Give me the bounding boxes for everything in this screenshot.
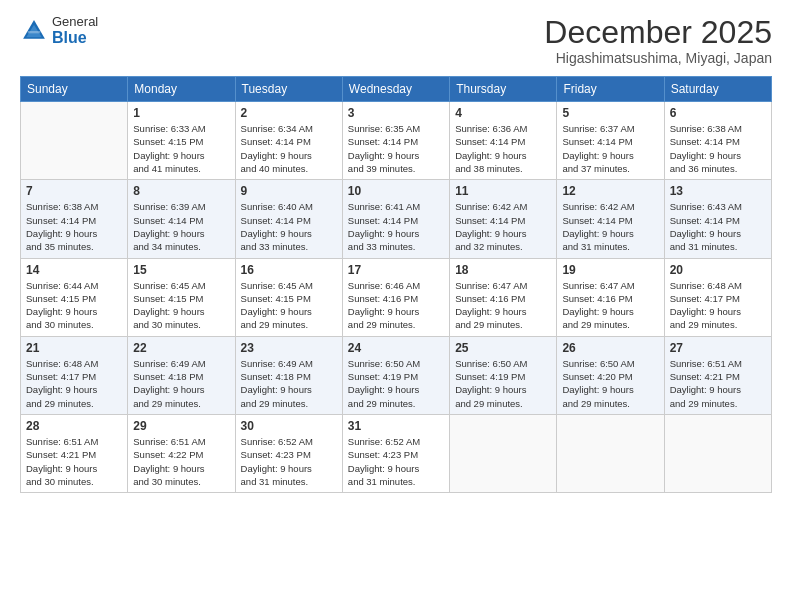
day-number: 14 (26, 263, 122, 277)
day-info: Sunrise: 6:47 AM Sunset: 4:16 PM Dayligh… (562, 279, 658, 332)
calendar-cell (450, 414, 557, 492)
calendar-header-sunday: Sunday (21, 77, 128, 102)
calendar-header-friday: Friday (557, 77, 664, 102)
calendar-cell: 5Sunrise: 6:37 AM Sunset: 4:14 PM Daylig… (557, 102, 664, 180)
logo-blue-text: Blue (52, 29, 98, 47)
calendar-cell: 12Sunrise: 6:42 AM Sunset: 4:14 PM Dayli… (557, 180, 664, 258)
day-info: Sunrise: 6:44 AM Sunset: 4:15 PM Dayligh… (26, 279, 122, 332)
logo-icon (20, 17, 48, 45)
calendar-cell: 9Sunrise: 6:40 AM Sunset: 4:14 PM Daylig… (235, 180, 342, 258)
calendar-week-row: 21Sunrise: 6:48 AM Sunset: 4:17 PM Dayli… (21, 336, 772, 414)
day-number: 8 (133, 184, 229, 198)
day-number: 13 (670, 184, 766, 198)
day-number: 10 (348, 184, 444, 198)
calendar-cell: 21Sunrise: 6:48 AM Sunset: 4:17 PM Dayli… (21, 336, 128, 414)
day-number: 11 (455, 184, 551, 198)
calendar-cell: 10Sunrise: 6:41 AM Sunset: 4:14 PM Dayli… (342, 180, 449, 258)
day-number: 7 (26, 184, 122, 198)
day-info: Sunrise: 6:46 AM Sunset: 4:16 PM Dayligh… (348, 279, 444, 332)
calendar-cell: 29Sunrise: 6:51 AM Sunset: 4:22 PM Dayli… (128, 414, 235, 492)
day-number: 6 (670, 106, 766, 120)
day-number: 28 (26, 419, 122, 433)
calendar-cell: 3Sunrise: 6:35 AM Sunset: 4:14 PM Daylig… (342, 102, 449, 180)
day-info: Sunrise: 6:50 AM Sunset: 4:19 PM Dayligh… (348, 357, 444, 410)
day-number: 30 (241, 419, 337, 433)
day-info: Sunrise: 6:36 AM Sunset: 4:14 PM Dayligh… (455, 122, 551, 175)
calendar-header-thursday: Thursday (450, 77, 557, 102)
calendar-cell: 1Sunrise: 6:33 AM Sunset: 4:15 PM Daylig… (128, 102, 235, 180)
day-number: 19 (562, 263, 658, 277)
day-info: Sunrise: 6:38 AM Sunset: 4:14 PM Dayligh… (670, 122, 766, 175)
day-number: 22 (133, 341, 229, 355)
day-info: Sunrise: 6:50 AM Sunset: 4:19 PM Dayligh… (455, 357, 551, 410)
calendar-week-row: 28Sunrise: 6:51 AM Sunset: 4:21 PM Dayli… (21, 414, 772, 492)
logo: General Blue (20, 15, 98, 47)
calendar-cell: 26Sunrise: 6:50 AM Sunset: 4:20 PM Dayli… (557, 336, 664, 414)
day-info: Sunrise: 6:51 AM Sunset: 4:21 PM Dayligh… (670, 357, 766, 410)
calendar-header-saturday: Saturday (664, 77, 771, 102)
calendar-cell (21, 102, 128, 180)
calendar-cell: 28Sunrise: 6:51 AM Sunset: 4:21 PM Dayli… (21, 414, 128, 492)
day-number: 24 (348, 341, 444, 355)
day-info: Sunrise: 6:48 AM Sunset: 4:17 PM Dayligh… (26, 357, 122, 410)
day-info: Sunrise: 6:35 AM Sunset: 4:14 PM Dayligh… (348, 122, 444, 175)
calendar-cell (557, 414, 664, 492)
calendar-cell: 23Sunrise: 6:49 AM Sunset: 4:18 PM Dayli… (235, 336, 342, 414)
day-number: 29 (133, 419, 229, 433)
month-title: December 2025 (544, 15, 772, 50)
day-info: Sunrise: 6:51 AM Sunset: 4:22 PM Dayligh… (133, 435, 229, 488)
calendar-cell: 16Sunrise: 6:45 AM Sunset: 4:15 PM Dayli… (235, 258, 342, 336)
calendar-cell (664, 414, 771, 492)
calendar-cell: 25Sunrise: 6:50 AM Sunset: 4:19 PM Dayli… (450, 336, 557, 414)
calendar-cell: 24Sunrise: 6:50 AM Sunset: 4:19 PM Dayli… (342, 336, 449, 414)
day-number: 16 (241, 263, 337, 277)
day-number: 25 (455, 341, 551, 355)
calendar-header-tuesday: Tuesday (235, 77, 342, 102)
logo-general-text: General (52, 15, 98, 29)
day-info: Sunrise: 6:52 AM Sunset: 4:23 PM Dayligh… (348, 435, 444, 488)
location: Higashimatsushima, Miyagi, Japan (544, 50, 772, 66)
day-number: 20 (670, 263, 766, 277)
day-info: Sunrise: 6:41 AM Sunset: 4:14 PM Dayligh… (348, 200, 444, 253)
calendar-cell: 22Sunrise: 6:49 AM Sunset: 4:18 PM Dayli… (128, 336, 235, 414)
day-number: 1 (133, 106, 229, 120)
calendar-week-row: 1Sunrise: 6:33 AM Sunset: 4:15 PM Daylig… (21, 102, 772, 180)
day-info: Sunrise: 6:42 AM Sunset: 4:14 PM Dayligh… (455, 200, 551, 253)
calendar-cell: 17Sunrise: 6:46 AM Sunset: 4:16 PM Dayli… (342, 258, 449, 336)
day-number: 18 (455, 263, 551, 277)
day-info: Sunrise: 6:47 AM Sunset: 4:16 PM Dayligh… (455, 279, 551, 332)
calendar-cell: 19Sunrise: 6:47 AM Sunset: 4:16 PM Dayli… (557, 258, 664, 336)
day-info: Sunrise: 6:50 AM Sunset: 4:20 PM Dayligh… (562, 357, 658, 410)
day-info: Sunrise: 6:48 AM Sunset: 4:17 PM Dayligh… (670, 279, 766, 332)
calendar-cell: 20Sunrise: 6:48 AM Sunset: 4:17 PM Dayli… (664, 258, 771, 336)
title-block: December 2025 Higashimatsushima, Miyagi,… (544, 15, 772, 66)
day-number: 3 (348, 106, 444, 120)
day-info: Sunrise: 6:33 AM Sunset: 4:15 PM Dayligh… (133, 122, 229, 175)
calendar-header-monday: Monday (128, 77, 235, 102)
logo-text: General Blue (52, 15, 98, 47)
calendar: SundayMondayTuesdayWednesdayThursdayFrid… (20, 76, 772, 493)
calendar-cell: 13Sunrise: 6:43 AM Sunset: 4:14 PM Dayli… (664, 180, 771, 258)
day-info: Sunrise: 6:49 AM Sunset: 4:18 PM Dayligh… (133, 357, 229, 410)
day-info: Sunrise: 6:34 AM Sunset: 4:14 PM Dayligh… (241, 122, 337, 175)
calendar-cell: 30Sunrise: 6:52 AM Sunset: 4:23 PM Dayli… (235, 414, 342, 492)
day-number: 5 (562, 106, 658, 120)
day-info: Sunrise: 6:51 AM Sunset: 4:21 PM Dayligh… (26, 435, 122, 488)
day-number: 23 (241, 341, 337, 355)
day-info: Sunrise: 6:49 AM Sunset: 4:18 PM Dayligh… (241, 357, 337, 410)
header: General Blue December 2025 Higashimatsus… (20, 15, 772, 66)
page: General Blue December 2025 Higashimatsus… (0, 0, 792, 612)
calendar-cell: 18Sunrise: 6:47 AM Sunset: 4:16 PM Dayli… (450, 258, 557, 336)
day-number: 12 (562, 184, 658, 198)
day-info: Sunrise: 6:43 AM Sunset: 4:14 PM Dayligh… (670, 200, 766, 253)
day-info: Sunrise: 6:42 AM Sunset: 4:14 PM Dayligh… (562, 200, 658, 253)
day-info: Sunrise: 6:38 AM Sunset: 4:14 PM Dayligh… (26, 200, 122, 253)
calendar-cell: 11Sunrise: 6:42 AM Sunset: 4:14 PM Dayli… (450, 180, 557, 258)
svg-rect-2 (28, 31, 40, 33)
calendar-cell: 2Sunrise: 6:34 AM Sunset: 4:14 PM Daylig… (235, 102, 342, 180)
day-number: 17 (348, 263, 444, 277)
calendar-cell: 7Sunrise: 6:38 AM Sunset: 4:14 PM Daylig… (21, 180, 128, 258)
day-info: Sunrise: 6:45 AM Sunset: 4:15 PM Dayligh… (241, 279, 337, 332)
calendar-week-row: 14Sunrise: 6:44 AM Sunset: 4:15 PM Dayli… (21, 258, 772, 336)
day-number: 9 (241, 184, 337, 198)
